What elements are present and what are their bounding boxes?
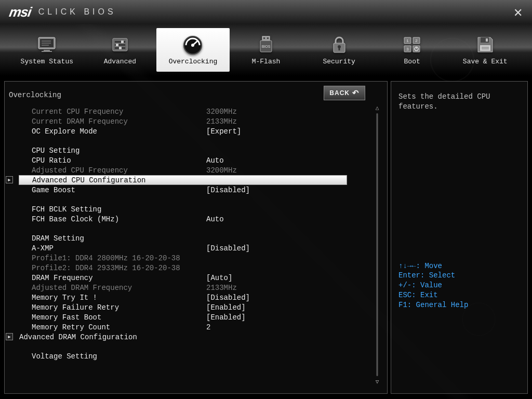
row-label: Advanced CPU Configuration [32,176,207,184]
row-label: Current CPU Frequency [32,108,206,116]
hint-value: +/-: Value [398,281,468,290]
row-value: Auto [206,156,224,165]
svg-point-16 [191,44,194,47]
scroll-up-icon[interactable]: △ [376,104,379,111]
submenu-arrow-icon: ▶ [6,333,13,340]
group-fch-setting: FCH BCLK Setting [19,204,382,214]
svg-rect-2 [44,50,50,51]
svg-rect-24 [338,47,340,50]
title-bar: msi CLICK BIOS ✕ [0,0,532,24]
svg-text:BIOS: BIOS [262,45,271,48]
nav-boot[interactable]: 123 Boot [376,28,449,72]
row-advanced-cpu-config[interactable]: Advanced CPU Configuration [19,175,347,185]
svg-rect-19 [267,37,269,39]
row-label: CPU Setting [32,147,206,155]
row-label: Adjusted DRAM Frequency [32,284,206,292]
group-voltage-setting: Voltage Setting [19,351,382,361]
floppy-icon [474,35,497,55]
row-value: [Disabled] [206,186,250,194]
scroll-track[interactable] [376,113,378,376]
row-value: Auto [206,215,224,223]
row-profile2: Profile2: DDR4 2933MHz 16-20-20-38 [19,263,382,273]
row-label: Current DRAM Frequency [32,117,206,126]
nav-security[interactable]: Security [302,28,376,72]
nav-label: Boot [404,58,420,65]
row-label: DRAM Setting [32,234,206,243]
boot-icon: 123 [401,35,423,55]
scroll-down-icon[interactable]: ▽ [376,378,379,385]
settings-panel: BACK ↶ Overclocking Current CPU Frequenc… [4,81,388,394]
svg-text:3: 3 [406,47,409,51]
hint-select: Enter: Select [398,271,468,281]
row-label: Memory Failure Retry [32,303,206,312]
nav-advanced[interactable]: Advanced [84,28,157,72]
row-current-dram-freq: Current DRAM Frequency 2133MHz [19,116,382,126]
usb-icon: BIOS [255,35,277,55]
row-label: FCH BCLK Setting [32,205,206,214]
row-label: CPU Ratio [32,156,206,165]
hint-move: ↑↓→←: Move [398,261,468,271]
group-dram-setting: DRAM Setting [19,233,382,243]
row-label: Advanced DRAM Configuration [19,333,194,341]
submenu-arrow-icon: ▶ [6,176,13,183]
row-label: DRAM Frequency [32,274,206,282]
scrollbar[interactable]: △ ▽ [375,104,380,385]
back-label: BACK [329,89,350,97]
row-value: 3200MHz [206,166,237,175]
nav-save-exit[interactable]: Save & Exit [448,28,522,72]
row-oc-explore-mode[interactable]: OC Explore Mode [Expert] [19,126,382,136]
row-memory-fast-boot[interactable]: Memory Fast Boot [Enabled] [19,312,382,322]
row-cpu-ratio[interactable]: CPU Ratio Auto [19,155,382,165]
nav-mflash[interactable]: BIOS M-Flash [230,28,303,72]
row-value: [Enabled] [206,313,246,322]
row-memory-failure-retry[interactable]: Memory Failure Retry [Enabled] [19,302,382,312]
nav-label: Overclocking [169,58,218,65]
row-label: Voltage Setting [32,352,206,361]
nav-label: Save & Exit [463,58,508,65]
gauge-icon [181,35,204,55]
row-game-boost[interactable]: Game Boost [Disabled] [19,185,382,195]
nav-label: M-Flash [252,58,281,65]
row-label: Memory Try It ! [32,294,206,302]
row-label: FCH Base Clock (MHz) [32,215,206,223]
hint-exit: ESC: Exit [398,290,468,300]
row-label: Memory Retry Count [32,323,206,331]
row-value: [Enabled] [206,303,246,312]
main-nav: System Status Advanced Overclocking BIOS… [0,24,532,76]
row-value: [Disabled] [206,244,250,252]
keyboard-hints: ↑↓→←: Move Enter: Select +/-: Value ESC:… [398,261,468,310]
row-dram-frequency[interactable]: DRAM Frequency [Auto] [19,273,382,283]
row-value: 3200MHz [206,108,237,116]
nav-overclocking[interactable]: Overclocking [156,28,230,72]
svg-rect-13 [119,47,122,49]
msi-logo: msi [8,4,32,20]
hint-help: F1: General Help [398,300,468,310]
row-label: OC Explore Mode [32,127,206,136]
row-value: 2133MHz [206,284,237,292]
row-advanced-dram-config[interactable]: Advanced DRAM Configuration [19,332,382,342]
row-value: [Disabled] [206,294,250,302]
row-fch-base-clock[interactable]: FCH Base Clock (MHz) Auto [19,214,382,224]
row-profile1: Profile1: DDR4 2800MHz 16-20-20-38 [19,253,382,263]
svg-rect-18 [263,37,265,39]
row-value: 2 [206,323,210,331]
row-value: 2133MHz [206,117,237,126]
back-button[interactable]: BACK ↶ [324,86,365,100]
nav-label: Security [323,58,355,65]
row-label: Profile1: DDR4 2800MHz 16-20-20-38 [32,254,180,262]
svg-text:1: 1 [406,38,409,43]
svg-rect-36 [480,45,490,51]
app-title: CLICK BIOS [38,7,116,17]
nav-system-status[interactable]: System Status [10,28,84,72]
row-value: [Auto] [206,274,232,282]
close-icon[interactable]: ✕ [513,6,523,20]
row-memory-try-it[interactable]: Memory Try It ! [Disabled] [19,292,382,302]
nav-label: System Status [21,58,73,65]
svg-rect-11 [116,44,118,46]
sliders-icon [109,35,131,55]
row-a-xmp[interactable]: A-XMP [Disabled] [19,243,382,253]
lock-icon [328,35,351,55]
row-memory-retry-count[interactable]: Memory Retry Count 2 [19,322,382,332]
row-label: A-XMP [32,244,206,252]
svg-text:2: 2 [415,38,418,43]
